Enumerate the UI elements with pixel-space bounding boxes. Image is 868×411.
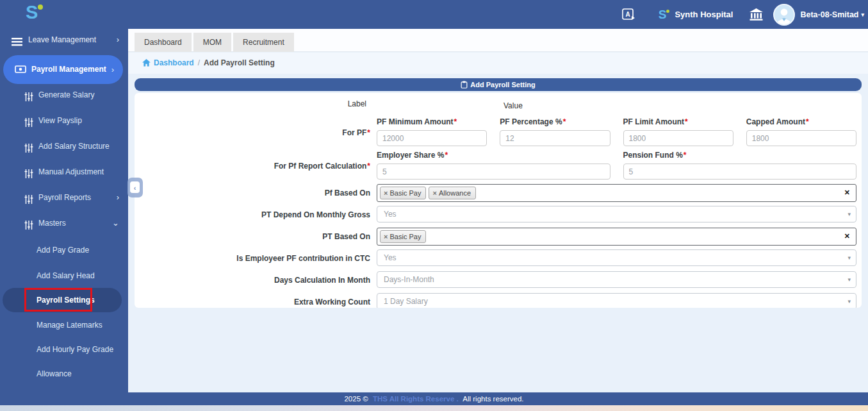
sliders-icon	[24, 90, 33, 100]
sidebar-item-label: Add Pay Grade	[37, 240, 89, 260]
form-row-pt-based-on: PT Based On Basic Pay	[135, 228, 862, 246]
sidebar-item-label: Leave Management	[28, 30, 96, 49]
row-label: For Pf Report Calculation	[274, 162, 367, 171]
hospital-name: Synth Hospital	[675, 10, 733, 19]
chevron-down-icon	[861, 12, 864, 18]
sidebar-collapse-toggle[interactable]	[127, 178, 143, 197]
days-calculation-select[interactable]: Days-In-Month	[377, 271, 856, 288]
sliders-icon	[24, 167, 33, 177]
sidebar-item-label: Allowance	[37, 364, 72, 383]
sidebar-item-label: Add Hourly Pay Grade	[37, 340, 113, 359]
form-row-pf-report-calculation: For Pf Report Calculation* Employer Shar…	[135, 151, 862, 180]
sidebar-item-label: Add Salary Head	[37, 266, 95, 285]
pf-minimum-amount-input[interactable]	[377, 130, 487, 146]
pt-depend-monthly-gross-select[interactable]: Yes	[377, 206, 856, 222]
column-header-row: Label Value	[135, 99, 862, 111]
menu-icon	[12, 35, 22, 45]
row-label: For PF	[342, 128, 366, 137]
panel-header: Add Payroll Setting	[135, 78, 862, 91]
home-icon	[142, 59, 151, 67]
user-avatar[interactable]	[773, 4, 795, 26]
add-payroll-setting-panel: Add Payroll Setting Label Value For PF* …	[135, 78, 862, 308]
sidebar-item-label: View Payslip	[38, 111, 82, 130]
tab-mom[interactable]: MOM	[193, 33, 231, 52]
institution-icon[interactable]	[748, 8, 764, 22]
tag-allowance[interactable]: Allowance	[429, 187, 476, 199]
employer-pf-in-ctc-select[interactable]: Yes	[377, 249, 856, 266]
sidebar-item-manual-adjustment[interactable]: Manual Adjustment	[0, 162, 128, 181]
user-menu[interactable]: Beta-08-Smitad	[800, 10, 864, 19]
column-header-label: Label	[135, 99, 377, 111]
breadcrumb-current: Add Payroll Setting	[204, 58, 275, 67]
sidebar-item-allowance[interactable]: Allowance	[0, 364, 128, 383]
sidebar-item-view-payslip[interactable]: View Payslip	[0, 111, 128, 130]
main-content: DashboardMOMRecruitment Dashboard/Add Pa…	[128, 29, 868, 392]
pf-percentage-input[interactable]	[500, 130, 610, 146]
tab-recruitment[interactable]: Recruitment	[233, 33, 294, 52]
sidebar-item-label: Payroll Reports	[38, 188, 91, 207]
sidebar-item-masters[interactable]: Masters	[0, 214, 128, 233]
required-asterisk: *	[685, 117, 688, 126]
hospital-logo-icon[interactable]: S	[659, 8, 670, 22]
column-header-value: Value	[504, 101, 523, 110]
sidebar-nav: Leave Management Payroll Management Gene…	[0, 29, 128, 392]
sidebar-item-payroll-reports[interactable]: Payroll Reports	[0, 188, 128, 207]
chevron-right-icon	[111, 55, 114, 84]
required-asterisk: *	[367, 162, 370, 171]
extra-working-count-select[interactable]: 1 Day Salary	[377, 293, 856, 308]
sidebar-item-manage-latemarks[interactable]: Manage Latemarks	[0, 315, 128, 335]
sidebar-item-add-salary-head[interactable]: Add Salary Head	[0, 266, 128, 285]
required-asterisk: *	[563, 117, 566, 126]
employer-share-input[interactable]	[377, 164, 610, 180]
form-row-employer-pf-in-ctc: Is Employeer PF contribution in CTC Yes	[135, 249, 862, 267]
pf-limit-amount-input[interactable]	[623, 130, 733, 146]
tab-dashboard[interactable]: Dashboard	[135, 33, 192, 52]
sliders-icon	[24, 115, 33, 126]
tag-basic-pay[interactable]: Basic Pay	[380, 230, 426, 243]
pt-based-on-multiselect[interactable]: Basic Pay	[377, 228, 856, 246]
banknote-icon	[15, 65, 26, 75]
sidebar-item-payroll-settings[interactable]: Payroll Settings	[0, 290, 128, 310]
form-row-days-calculation: Days Calculation In Month Days-In-Month	[135, 271, 862, 289]
logo-dot	[38, 4, 43, 10]
sidebar-item-label: Payroll Settings	[37, 290, 95, 310]
required-asterisk: *	[445, 151, 448, 160]
row-label: Extra Working Count	[135, 293, 377, 308]
logo-letter: S	[26, 2, 37, 22]
form-row-pf-based-on: Pf Based On Basic PayAllowance	[135, 184, 862, 202]
form-card: Label Value For PF* PF Minimum Amount* P…	[135, 93, 862, 308]
footer-brand-link[interactable]: THS All Rights Reserve .	[373, 395, 459, 403]
breadcrumb-dashboard-link[interactable]: Dashboard	[142, 58, 194, 67]
sidebar-item-add-salary-structure[interactable]: Add Salary Structure	[0, 137, 128, 156]
capped-amount-input[interactable]	[746, 130, 856, 146]
field-pf-minimum-amount: PF Minimum Amount*	[377, 117, 487, 146]
sliders-icon	[24, 218, 33, 228]
clear-icon[interactable]	[844, 189, 850, 197]
pf-based-on-multiselect[interactable]: Basic PayAllowance	[377, 184, 856, 202]
field-pf-percentage: PF Percentage %*	[500, 117, 610, 146]
form-row-for-pf: For PF* PF Minimum Amount* PF Percentage…	[135, 117, 862, 146]
sidebar-item-add-pay-grade[interactable]: Add Pay Grade	[0, 240, 128, 260]
svg-text:A: A	[625, 11, 630, 18]
sidebar-item-add-hourly-pay-grade[interactable]: Add Hourly Pay Grade	[0, 340, 128, 359]
field-capped-amount: Capped Amount*	[746, 117, 856, 146]
row-label: Is Employeer PF contribution in CTC	[135, 249, 377, 267]
required-asterisk: *	[367, 128, 370, 137]
sidebar-item-generate-salary[interactable]: Generate Salary	[0, 85, 128, 105]
sidebar-item-label: Manual Adjustment	[38, 162, 104, 181]
collapse-arrow-icon	[130, 181, 140, 193]
field-pension-fund: Pension Fund %*	[623, 151, 857, 180]
chevron-down-icon	[112, 214, 119, 233]
tag-basic-pay[interactable]: Basic Pay	[380, 187, 426, 199]
clear-icon[interactable]	[844, 232, 850, 240]
sidebar-item-label: Masters	[38, 214, 66, 233]
pension-fund-input[interactable]	[623, 164, 857, 180]
sidebar-item-payroll-management[interactable]: Payroll Management	[3, 55, 123, 84]
app-logo[interactable]: S	[26, 2, 43, 23]
sidebar-item-leave-management[interactable]: Leave Management	[0, 30, 128, 49]
required-asterisk: *	[454, 117, 457, 126]
form-row-pt-depend-monthly-gross: PT Depend On Monthly Gross Yes	[135, 206, 862, 224]
topbar-actions: A S Synth Hospital	[621, 0, 864, 29]
translate-icon[interactable]: A	[621, 6, 637, 22]
breadcrumb: Dashboard/Add Payroll Setting	[142, 53, 275, 74]
